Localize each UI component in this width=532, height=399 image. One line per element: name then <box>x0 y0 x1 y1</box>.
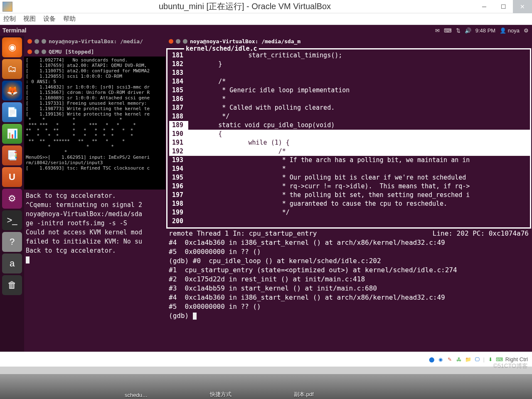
unity-launcher: ◉🗂🦊📄📊📑U⚙>_?a🗑 <box>0 36 24 352</box>
source-line: start_critical_timings(); <box>188 51 530 60</box>
close-button[interactable]: ✕ <box>513 0 532 13</box>
minimize-button[interactable]: ─ <box>475 0 494 13</box>
line-number: 182 <box>169 60 188 69</box>
source-line: * <box>188 95 530 103</box>
launcher-impress[interactable]: 📑 <box>2 145 22 165</box>
line-number: 193 <box>169 156 188 165</box>
shell-output[interactable]: Back to tcg accelerator. ^Cqemu: termina… <box>24 190 165 266</box>
launcher-trash[interactable]: 🗑 <box>2 275 22 295</box>
shared-icon[interactable]: 📁 <box>465 356 471 363</box>
source-row: 196 * rq->curr != rq->idle). This means … <box>169 182 530 191</box>
terminal-left-titlebar: noya@noya-VirtualBox: /media/ <box>24 36 165 47</box>
volume-icon[interactable]: 🔊 <box>465 27 471 34</box>
launcher-settings[interactable]: ⚙ <box>2 189 22 209</box>
gdb-console[interactable]: #4 0xc1a4b360 in i386_start_kernel () at… <box>165 238 532 352</box>
terminal-left[interactable]: noya@noya-VirtualBox: /media/ QEMU [Stop… <box>24 36 165 352</box>
source-line: } <box>188 60 530 69</box>
mouse-icon[interactable]: ⬇ <box>487 356 494 363</box>
source-row: 193 * If the arch has a polling bit, we … <box>169 156 530 165</box>
desktop-content: ◉🗂🦊📄📊📑U⚙>_?a🗑 noya@noya-VirtualBox: /med… <box>0 36 532 352</box>
launcher-files[interactable]: 🗂 <box>2 59 22 79</box>
host-taskbar[interactable]: schedu…快捷方式副本.pdf <box>0 374 532 399</box>
source-row: 188 */ <box>169 112 530 121</box>
taskbar-item[interactable]: 副本.pdf <box>294 391 314 398</box>
maximize-button[interactable]: ☐ <box>494 0 513 13</box>
line-number: 194 <box>169 165 188 173</box>
clock[interactable]: 9:48 PM <box>475 27 495 34</box>
max-dot-icon[interactable] <box>183 39 187 44</box>
mail-icon[interactable]: ✉ <box>435 27 440 34</box>
source-row: 183 <box>169 69 530 77</box>
source-row: 198 * guaranteed to cause the cpu to res… <box>169 200 530 208</box>
cursor <box>26 256 30 264</box>
user-menu[interactable]: 👤 noya <box>500 27 520 34</box>
network-icon[interactable]: ⇅ <box>456 27 461 34</box>
gear-icon[interactable]: ⚙ <box>524 27 529 34</box>
launcher-app1[interactable]: ? <box>2 232 22 252</box>
vbox-menu-设备[interactable]: 设备 <box>43 15 56 23</box>
launcher-writer[interactable]: 📄 <box>2 102 22 122</box>
source-line: */ <box>188 112 530 121</box>
launcher-calc[interactable]: 📊 <box>2 124 22 144</box>
launcher-terminal[interactable]: >_ <box>2 210 22 230</box>
system-tray: ✉ ⌨ ⇅ 🔊 9:48 PM 👤 noya ⚙ <box>435 27 532 34</box>
vbox-menu-控制[interactable]: 控制 <box>3 15 16 23</box>
net-icon[interactable]: 🖧 <box>456 356 462 363</box>
hdd-icon[interactable]: ⬤ <box>428 356 435 363</box>
vbox-menubar: 控制视图设备帮助 <box>0 13 532 25</box>
source-line <box>188 217 530 226</box>
launcher-amazon[interactable]: a <box>2 254 22 273</box>
line-number: 197 <box>169 191 188 200</box>
watermark: ©51CTO博客 <box>493 362 528 370</box>
launcher-firefox[interactable]: 🦊 <box>2 81 22 101</box>
optical-icon[interactable]: ◉ <box>437 356 444 363</box>
source-row: 195 * Our polling bit is clear if we're … <box>169 173 530 182</box>
keyboard-icon[interactable]: ⌨ <box>444 27 452 34</box>
source-row: 199 */ <box>169 208 530 217</box>
max-dot-icon[interactable] <box>42 49 46 54</box>
source-row: 189 static void cpu_idle_loop(void) <box>169 121 530 130</box>
source-row: 185 * Generic idle loop implementation <box>169 86 530 95</box>
source-row: 184 /* <box>169 77 530 86</box>
source-row: 191 while (1) { <box>169 138 530 147</box>
vbox-menu-帮助[interactable]: 帮助 <box>63 15 76 23</box>
source-line: static void cpu_idle_loop(void) <box>188 121 530 130</box>
close-dot-icon[interactable] <box>169 39 173 44</box>
host-key-label: Right Ctrl <box>505 356 528 362</box>
qemu-window-header: QEMU [Stopped] <box>24 47 165 57</box>
capture-icon[interactable]: ⌨ <box>496 356 503 363</box>
close-dot-icon[interactable] <box>27 49 32 54</box>
source-line: * Called with polling cleared. <box>188 103 530 112</box>
gdb-line-pc: Line: 202 PC: 0xc1074a76 <box>433 229 529 237</box>
line-number: 195 <box>169 173 188 182</box>
close-dot-icon[interactable] <box>27 39 32 44</box>
launcher-dash[interactable]: ◉ <box>2 37 22 57</box>
source-line: * Generic idle loop implementation <box>188 86 530 95</box>
launcher-software[interactable]: U <box>2 167 22 187</box>
terminal-right[interactable]: noya@noya-VirtualBox: /media/sda_m kerne… <box>165 36 532 352</box>
source-row: 194 * <box>169 165 530 173</box>
taskbar-item[interactable]: schedu… <box>125 392 148 398</box>
max-dot-icon[interactable] <box>42 39 46 44</box>
workspace: noya@noya-VirtualBox: /media/ QEMU [Stop… <box>24 36 532 352</box>
ubuntu-top-panel: Terminal ✉ ⌨ ⇅ 🔊 9:48 PM 👤 noya ⚙ <box>0 25 532 36</box>
source-line: * rq->curr != rq->idle). This means that… <box>188 182 530 191</box>
line-number: 183 <box>169 69 188 77</box>
source-line: */ <box>188 208 530 217</box>
vbox-menu-视图[interactable]: 视图 <box>23 15 36 23</box>
source-row: 182 } <box>169 60 530 69</box>
min-dot-icon[interactable] <box>176 39 180 44</box>
display-icon[interactable]: 🖵 <box>474 356 480 363</box>
min-dot-icon[interactable] <box>34 39 39 44</box>
min-dot-icon[interactable] <box>34 49 39 54</box>
usb-icon[interactable]: ✎ <box>446 356 453 363</box>
gdb-status-line: remote Thread 1 In: cpu_startup_entry Li… <box>165 229 532 238</box>
source-file-path: kernel/sched/idle.c <box>184 45 259 52</box>
source-line <box>188 69 530 77</box>
gdb-source-pane[interactable]: kernel/sched/idle.c 181 start_critical_t… <box>166 48 531 229</box>
taskbar-item[interactable]: 快捷方式 <box>210 391 232 398</box>
source-row: 181 start_critical_timings(); <box>169 51 530 60</box>
source-row: 190 { <box>169 130 530 138</box>
cursor <box>193 313 197 320</box>
line-number: 184 <box>169 77 188 86</box>
